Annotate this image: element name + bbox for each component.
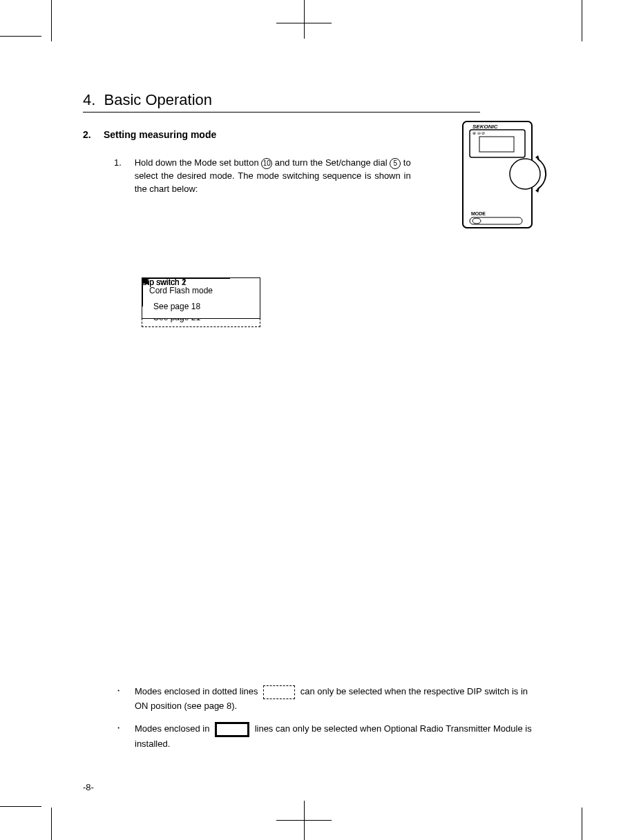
dip-switch-2-label: Dip switch 2 [142,277,187,287]
step-item: 1. Hold down the Mode set button 10 and … [114,157,411,196]
device-brand-text: SEKONIC [472,124,498,130]
cropmark [304,0,305,39]
reference-circle-10: 10 [261,158,272,169]
cropmark [0,806,41,807]
subsection-text: Setting measuring mode [104,129,216,140]
svg-text:⊕ ⊖ ⊘: ⊕ ⊖ ⊘ [472,131,485,135]
section-number: 4. [83,91,95,108]
bullet-icon: ・ [114,685,135,697]
subsection-index: 2. [83,129,101,140]
device-illustration: SEKONIC ⊕ ⊖ ⊘ MODE [449,117,553,235]
reference-circle-5: 5 [390,158,401,169]
step-number: 1. [114,157,132,170]
step-text: Hold down the Mode set button 10 and tur… [135,157,411,196]
page-content: 4. Basic Operation 2. Setting measuring … [52,36,584,806]
cropmark [51,808,52,840]
note-item: ・ Modes enclosed in lines can only be se… [114,722,542,751]
svg-rect-4 [479,137,514,152]
cropmark [0,36,41,37]
section-title-text: Basic Operation [104,91,212,108]
thick-box-icon [215,722,249,737]
note-item: ・ Modes enclosed in dotted lines can onl… [114,685,542,712]
cropmark [304,801,305,840]
cropmark [51,0,52,41]
svg-point-5 [510,159,540,189]
page-number: -8- [83,782,94,792]
section-heading: 4. Basic Operation [83,91,480,113]
bullet-icon: ・ [114,722,135,734]
dotted-box-icon [263,685,295,699]
notes-section: ・ Modes enclosed in dotted lines can onl… [114,685,542,761]
mode-flowchart: Shutter speed priority mode (Ambient lig… [142,277,549,664]
cropmark [582,808,582,840]
svg-point-10 [472,218,481,224]
svg-text:MODE: MODE [471,211,486,216]
cropmark [582,0,582,41]
